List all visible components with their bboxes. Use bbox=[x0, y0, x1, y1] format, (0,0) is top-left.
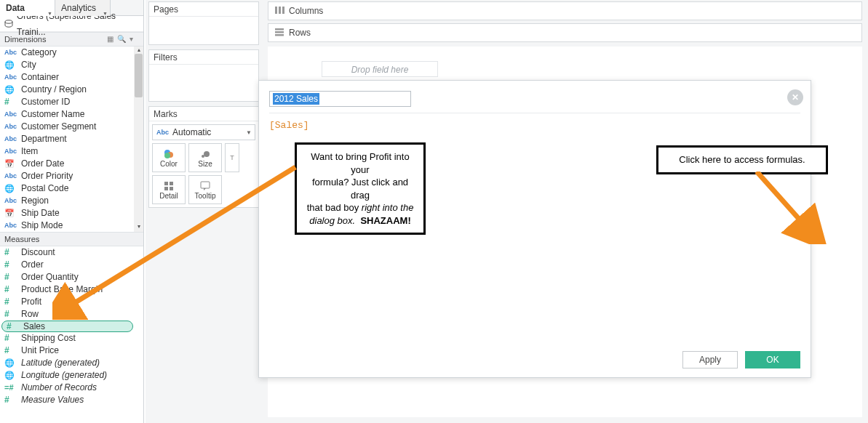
text-type-icon: Abc bbox=[4, 195, 17, 207]
dimension-field[interactable]: #Customer ID bbox=[0, 96, 143, 108]
marks-size-card[interactable]: Size bbox=[188, 143, 222, 172]
apply-button[interactable]: Apply bbox=[682, 351, 738, 368]
tab-data-label: Data bbox=[6, 3, 25, 13]
measure-field[interactable]: 🌐Longitude (generated) bbox=[0, 369, 143, 382]
field-label: Country / Region bbox=[17, 84, 87, 96]
marks-tooltip-card[interactable]: Tooltip bbox=[188, 175, 222, 204]
dimension-field[interactable]: AbcCustomer Segment bbox=[0, 121, 143, 133]
chevron-down-icon: ▼ bbox=[47, 6, 52, 22]
expand-formulas-button[interactable]: ▸ bbox=[805, 225, 816, 236]
tab-analytics[interactable]: Analytics ▼ bbox=[55, 0, 111, 16]
anno1-line2: formula? Just click and drag bbox=[304, 176, 416, 201]
chevron-right-icon: ▸ bbox=[808, 225, 813, 235]
marks-detail-label: Detail bbox=[159, 192, 178, 200]
datasource-row[interactable]: Orders (Superstore Sales Traini... bbox=[0, 16, 143, 32]
shelves-pane: Pages Filters Marks Abc Automatic ▼ Colo… bbox=[146, 0, 262, 423]
text-type-icon: Abc bbox=[4, 145, 17, 158]
measure-field[interactable]: #Sales bbox=[1, 321, 133, 332]
anno1-line4a: dialog box. bbox=[309, 215, 355, 226]
rows-icon bbox=[274, 28, 284, 39]
svg-rect-11 bbox=[275, 7, 277, 14]
measure-field[interactable]: =#Number of Records bbox=[0, 382, 143, 394]
chevron-down-icon: ▼ bbox=[103, 6, 108, 22]
number-type-icon: # bbox=[4, 283, 17, 296]
number-type-icon: # bbox=[4, 296, 17, 308]
measure-field[interactable]: 🌐Latitude (generated) bbox=[0, 357, 143, 369]
tooltip-icon bbox=[200, 180, 210, 192]
dimension-field[interactable]: AbcShip Mode bbox=[0, 219, 143, 232]
annotation-box-profit: Want to bring Profit into your formula? … bbox=[295, 142, 426, 235]
field-label: Row bbox=[17, 308, 39, 321]
marks-label-card[interactable]: T bbox=[225, 143, 239, 172]
svg-rect-14 bbox=[275, 28, 284, 31]
field-label: Order Priority bbox=[17, 170, 73, 182]
geo-type-icon: 🌐 bbox=[4, 84, 17, 96]
date-type-icon: 📅 bbox=[4, 207, 17, 219]
marks-detail-card[interactable]: Detail bbox=[152, 175, 186, 204]
svg-rect-7 bbox=[170, 182, 173, 185]
geo-type-icon: 🌐 bbox=[4, 357, 17, 369]
marks-color-card[interactable]: Color bbox=[152, 143, 186, 172]
svg-point-0 bbox=[5, 20, 12, 23]
geo-type-icon: 🌐 bbox=[4, 182, 17, 195]
shelf-filters[interactable]: Filters bbox=[148, 49, 259, 102]
field-label: Region bbox=[17, 195, 49, 207]
number-type-icon: # bbox=[4, 259, 17, 271]
measure-field[interactable]: #Product Base Margin bbox=[0, 283, 143, 296]
measure-field[interactable]: #Row bbox=[0, 308, 143, 321]
field-label: Product Base Margin bbox=[17, 283, 103, 296]
measure-field[interactable]: #Discount bbox=[0, 246, 143, 259]
dimension-field[interactable]: AbcContainer bbox=[0, 71, 143, 84]
view-table-icon[interactable]: ▦ bbox=[107, 32, 114, 47]
dimension-field[interactable]: 🌐City bbox=[0, 59, 143, 71]
dimension-field[interactable]: AbcItem bbox=[0, 145, 143, 158]
scroll-thumb[interactable] bbox=[135, 54, 143, 97]
ok-button[interactable]: OK bbox=[745, 351, 800, 368]
field-label: Customer ID bbox=[17, 96, 70, 108]
number-type-icon: # bbox=[7, 321, 20, 331]
dimension-field[interactable]: AbcDepartment bbox=[0, 133, 143, 145]
marks-type-dropdown[interactable]: Abc Automatic ▼ bbox=[152, 124, 255, 140]
detail-icon bbox=[164, 180, 174, 192]
measure-field[interactable]: #Profit bbox=[0, 296, 143, 308]
dimension-field[interactable]: AbcOrder Priority bbox=[0, 170, 143, 182]
field-label: Shipping Cost bbox=[17, 332, 76, 345]
tab-data[interactable]: Data ▼ bbox=[0, 0, 55, 16]
dimension-field[interactable]: AbcRegion bbox=[0, 195, 143, 207]
measure-field[interactable]: #Unit Price bbox=[0, 345, 143, 357]
annotation-box-formulas: Click here to access formulas. bbox=[656, 145, 828, 174]
dimension-field[interactable]: 📅Order Date bbox=[0, 158, 143, 170]
dimension-field[interactable]: 📅Ship Date bbox=[0, 207, 143, 219]
field-label: Latitude (generated) bbox=[17, 357, 100, 369]
search-icon[interactable]: 🔍 bbox=[117, 32, 126, 47]
field-label: Sales bbox=[20, 321, 45, 331]
field-label: Profit bbox=[17, 296, 41, 308]
abc-icon: Abc bbox=[156, 129, 169, 136]
field-label: Postal Code bbox=[17, 182, 68, 195]
measure-field[interactable]: #Order bbox=[0, 259, 143, 271]
measure-field[interactable]: #Shipping Cost bbox=[0, 332, 143, 345]
calc-title-input[interactable]: 2012 Sales bbox=[269, 91, 411, 107]
svg-point-5 bbox=[204, 151, 210, 157]
calc-formula-area[interactable]: [Sales] bbox=[269, 120, 309, 131]
date-type-icon: 📅 bbox=[4, 158, 17, 170]
field-label: Department bbox=[17, 133, 67, 145]
scroll-down-icon[interactable]: ▾ bbox=[134, 223, 143, 232]
dimension-field[interactable]: 🌐Postal Code bbox=[0, 182, 143, 195]
dimension-field[interactable]: 🌐Country / Region bbox=[0, 84, 143, 96]
measure-field[interactable]: #Order Quantity bbox=[0, 271, 143, 283]
dimension-field[interactable]: AbcCategory bbox=[0, 47, 143, 59]
columns-shelf[interactable]: Columns bbox=[268, 1, 862, 20]
close-button[interactable]: ✕ bbox=[787, 89, 803, 105]
columns-icon bbox=[274, 6, 284, 17]
measure-field[interactable]: #Measure Values bbox=[0, 394, 143, 406]
datasource-icon bbox=[4, 20, 13, 28]
field-label: Order bbox=[17, 259, 44, 271]
number-type-icon: # bbox=[4, 308, 17, 321]
measures-list: #Discount#Order#Order Quantity#Product B… bbox=[0, 246, 143, 406]
rows-shelf[interactable]: Rows bbox=[268, 23, 862, 42]
chevron-down-icon[interactable]: ▾ bbox=[130, 32, 133, 47]
shelf-pages[interactable]: Pages bbox=[148, 1, 259, 45]
scrollbar[interactable]: ▴ ▾ bbox=[134, 47, 143, 232]
dimension-field[interactable]: AbcCustomer Name bbox=[0, 108, 143, 121]
